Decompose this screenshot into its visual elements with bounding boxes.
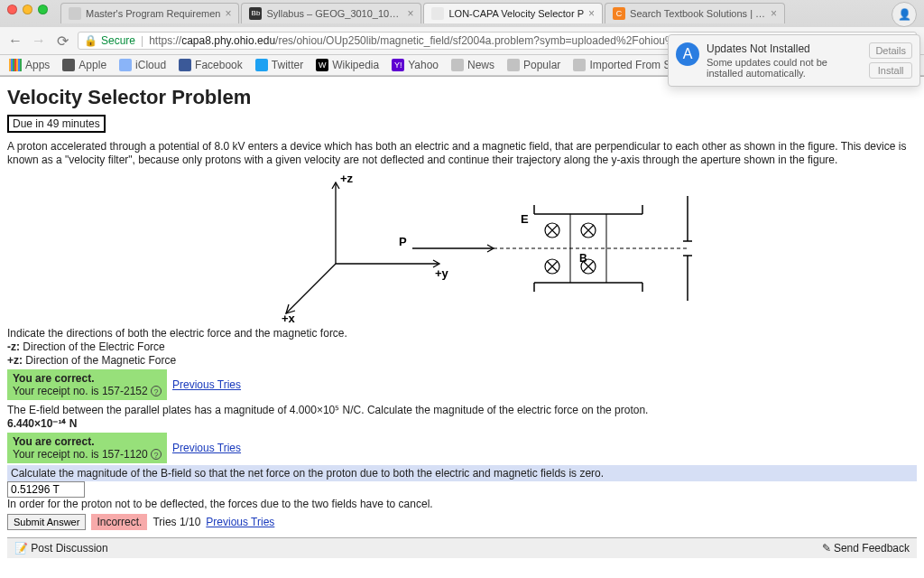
q3-hint: In order for the proton not to be deflec… [7,498,917,511]
q3-answer-input[interactable] [7,481,85,498]
forward-button[interactable]: → [31,33,47,49]
browser-chrome: Master's Program Requiremen× BbSyllabus … [0,0,924,77]
secure-label: Secure [101,34,135,47]
close-window-icon[interactable] [7,5,17,14]
bookmark-label: Apple [79,59,106,71]
q1-prompt: Indicate the directions of both the elec… [7,327,917,340]
favicon-icon [69,7,81,20]
proton-label: P [399,235,407,248]
facebook-icon [179,59,191,71]
tab-label: Master's Program Requiremen [86,8,220,19]
maximize-window-icon[interactable] [38,5,48,14]
tab-loncapa[interactable]: LON-CAPA Velocity Selector P× [423,3,603,23]
window-controls [0,0,55,13]
folder-icon [573,59,586,71]
bookmark-label: Wikipedia [332,59,379,71]
physics-diagram: +z +y +x P E [7,169,917,325]
post-discussion-link[interactable]: 📝 Post Discussion [14,542,108,555]
tab-bar: Master's Program Requiremen× BbSyllabus … [55,0,892,23]
bookmark-news[interactable]: News [451,59,494,71]
tab-label: Search Textbook Solutions | Ch [630,8,766,19]
efield-label: E [521,212,529,226]
folder-icon [451,59,464,71]
bookmark-apple[interactable]: Apple [62,59,106,71]
q3-previous-tries-link[interactable]: Previous Tries [206,516,274,528]
axis-z-label: +z [340,172,354,185]
q2-correct-feedback: You are correct. Your receipt no. is 157… [7,433,167,463]
due-timer: Due in 49 minutes [7,115,106,133]
bookmark-wikipedia[interactable]: WWikipedia [316,59,379,71]
notif-details-button[interactable]: Details [869,42,912,59]
receipt-text: Your receipt no. is 157-2152 ? [13,385,162,397]
bookmark-twitter[interactable]: Twitter [255,59,303,71]
q3-incorrect-feedback: Incorrect. [91,514,147,530]
q1-line2: +z: Direction of the Magnetic Force [7,354,917,368]
bookmark-label: iCloud [135,59,166,71]
q2-answer: 6.440×10⁻¹⁴ N [7,417,917,431]
favicon-icon [431,7,444,20]
correct-header: You are correct. [13,372,162,385]
folder-icon [507,59,520,71]
q2-previous-tries-link[interactable]: Previous Tries [172,442,241,454]
lock-icon: 🔒 [84,34,97,47]
send-feedback-link[interactable]: ✎ Send Feedback [822,542,910,555]
problem-intro: A proton accelerated through a potential… [7,140,917,167]
bookmark-label: Yahoo [408,59,439,71]
page-title: Velocity Selector Problem [7,86,917,109]
q1-line1: -z: Direction of the Electric Force [7,340,917,354]
q1-correct-feedback: You are correct. Your receipt no. is 157… [7,369,167,400]
tab-label: LON-CAPA Velocity Selector P [448,8,584,19]
favicon-icon: C [613,7,625,20]
q3-tries: Tries 1/10 [152,516,200,528]
close-tab-icon[interactable]: × [588,7,595,20]
bookmark-facebook[interactable]: Facebook [179,59,243,71]
yahoo-icon: Y! [392,59,404,71]
bookmark-label: Apps [25,59,50,71]
minimize-window-icon[interactable] [23,5,32,14]
problem-page: Velocity Selector Problem Due in 49 minu… [0,77,924,565]
cloud-icon [119,59,132,71]
apps-icon [9,59,22,71]
q3-prompt: Calculate the magnitude of the B-field s… [7,465,917,481]
apps-button[interactable]: Apps [9,59,50,71]
tab-syllabus[interactable]: BbSyllabus – GEOG_3010_100_LE× [241,3,421,23]
tab-masters[interactable]: Master's Program Requiremen× [60,3,239,23]
bookmark-label: Facebook [195,59,243,71]
page-footer: 📝 Post Discussion ✎ Send Feedback [7,537,917,558]
submit-answer-button[interactable]: Submit Answer [7,514,86,530]
q2-prompt: The E-field between the parallel plates … [7,404,917,417]
tab-label: Syllabus – GEOG_3010_100_LE [266,8,402,19]
twitter-icon [255,59,268,71]
info-icon[interactable]: ? [151,386,162,396]
notif-body: Some updates could not be installed auto… [707,57,862,79]
close-tab-icon[interactable]: × [771,7,777,20]
bookmark-label: News [467,59,494,71]
bookmark-icloud[interactable]: iCloud [119,59,166,71]
url-text: https://capa8.phy.ohio.edu/res/ohiou/OUp… [149,34,699,47]
bookmark-label: Twitter [272,59,303,71]
close-tab-icon[interactable]: × [225,7,231,20]
correct-header: You are correct. [13,435,162,448]
q1-previous-tries-link[interactable]: Previous Tries [172,378,241,391]
favicon-icon: Bb [249,7,262,20]
info-icon[interactable]: ? [151,449,162,460]
bfield-label: B [579,252,587,265]
svg-line-2 [286,264,336,313]
receipt-text: Your receipt no. is 157-1120 ? [13,448,162,461]
axis-y-label: +y [435,266,449,280]
back-button[interactable]: ← [7,33,23,49]
close-tab-icon[interactable]: × [407,7,413,20]
reload-button[interactable]: ⟳ [54,33,70,50]
wikipedia-icon: W [316,59,328,71]
apple-icon [62,59,75,71]
bookmark-yahoo[interactable]: Y!Yahoo [392,59,439,71]
secure-indicator: 🔒 Secure [84,34,135,47]
bookmark-popular[interactable]: Popular [507,59,560,71]
user-avatar-icon[interactable]: 👤 [892,2,917,27]
notif-title: Updates Not Installed [707,42,862,55]
tab-chegg[interactable]: CSearch Textbook Solutions | Ch× [605,3,785,23]
appstore-icon: A [676,42,699,66]
bookmark-label: Popular [523,59,560,71]
axis-x-label: +x [282,312,296,322]
